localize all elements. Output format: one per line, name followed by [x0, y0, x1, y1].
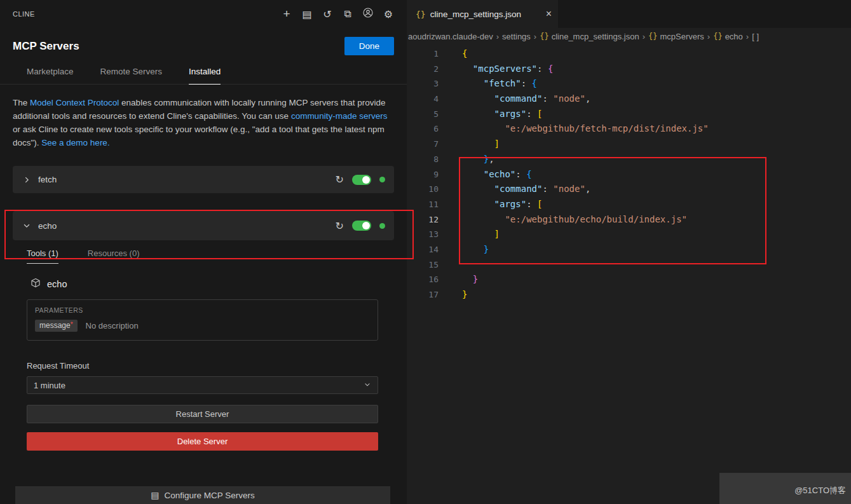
mcp-tabs: Marketplace Remote Servers Installed: [0, 60, 407, 85]
tab-remote-servers[interactable]: Remote Servers: [100, 60, 163, 84]
restart-server-icon[interactable]: ↻: [336, 220, 344, 232]
breadcrumb-item[interactable]: {}cline_mcp_settings.json: [540, 32, 639, 41]
code-line[interactable]: 8 },: [407, 152, 851, 167]
breadcrumb-separator: ›: [496, 32, 499, 41]
close-tab-icon[interactable]: ×: [546, 8, 552, 20]
code-editor[interactable]: 1{2 "mcpServers": {3 "fetch": {4 "comman…: [407, 44, 851, 303]
mcp-description: The Model Context Protocol enables commu…: [13, 96, 394, 149]
configure-label: Configure MCP Servers: [164, 491, 254, 500]
code-line[interactable]: 13 ]: [407, 227, 851, 242]
code-line[interactable]: 6 "e:/webgithub/fetch-mcp/dist/index.js": [407, 121, 851, 137]
object-braces-icon: {}: [648, 32, 657, 41]
code-line[interactable]: 12 "e:/webgithub/echo/build/index.js": [407, 212, 851, 228]
line-number: 1: [407, 46, 439, 62]
breadcrumb-item[interactable]: aoudrizwan.claude-dev: [408, 32, 493, 41]
server-enabled-toggle[interactable]: [352, 221, 371, 231]
parameter-description: No description: [86, 321, 139, 330]
chevron-down-icon: [364, 381, 371, 390]
breadcrumb-separator: ›: [746, 32, 749, 41]
parameter-name-badge: message*: [35, 320, 78, 332]
breadcrumb-item[interactable]: settings: [502, 32, 531, 41]
editor-tabbar: {} cline_mcp_settings.json ×: [407, 0, 851, 28]
line-number: 9: [407, 167, 439, 182]
server-row-fetch[interactable]: fetch ↻: [13, 166, 394, 193]
breadcrumb-item[interactable]: {}mcpServers: [648, 32, 704, 41]
breadcrumb-item[interactable]: {}echo: [713, 32, 743, 41]
history-icon[interactable]: ↺: [322, 8, 333, 20]
server-name: fetch: [38, 175, 57, 184]
code-line[interactable]: 10 "command": "node",: [407, 182, 851, 197]
code-line[interactable]: 17}: [407, 287, 851, 303]
timeout-select[interactable]: 1 minute: [27, 376, 378, 394]
line-number: 14: [407, 242, 439, 257]
mcp-panel-header: MCP Servers Done: [0, 28, 407, 59]
status-dot: [379, 177, 385, 182]
editor-pane: {} cline_mcp_settings.json × aoudrizwan.…: [407, 0, 851, 504]
breadcrumb: aoudrizwan.claude-dev›settings›{}cline_m…: [407, 28, 851, 44]
code-line[interactable]: 16 }: [407, 272, 851, 287]
server-controls: ↻: [336, 174, 385, 186]
code-line[interactable]: 3 "fetch": {: [407, 76, 851, 92]
line-number: 6: [407, 121, 439, 137]
server-enabled-toggle[interactable]: [352, 175, 371, 185]
breadcrumb-separator: ›: [534, 32, 536, 41]
code-line[interactable]: 14 }: [407, 242, 851, 257]
breadcrumb-item[interactable]: [ ]: [752, 32, 759, 41]
editor-tab-settings-json[interactable]: {} cline_mcp_settings.json ×: [407, 0, 558, 28]
code-line[interactable]: 11 "args": [: [407, 197, 851, 212]
open-in-editor-icon[interactable]: ⧉: [342, 8, 353, 20]
cline-sidebar: CLINE + ▤ ↺ ⧉ ⚙ MCP Servers Done Marketp…: [0, 0, 407, 504]
object-braces-icon: {}: [540, 32, 548, 41]
line-number: 8: [407, 152, 439, 167]
new-task-icon[interactable]: +: [281, 7, 292, 21]
tab-tools[interactable]: Tools (1): [27, 249, 58, 264]
request-timeout-label: Request Timeout: [27, 361, 378, 371]
line-number: 15: [407, 257, 439, 273]
object-braces-icon: {}: [713, 32, 722, 41]
watermark: @51CTO博客: [719, 473, 851, 504]
code-line[interactable]: 1{: [407, 46, 851, 62]
toggle-knob: [362, 176, 370, 184]
server-name: echo: [38, 221, 57, 231]
chevron-down-icon[interactable]: [22, 221, 32, 231]
mcp-servers-icon[interactable]: ▤: [301, 8, 313, 20]
breadcrumb-separator: ›: [707, 32, 710, 41]
line-number: 10: [407, 182, 439, 197]
code-line[interactable]: 15: [407, 257, 851, 273]
tab-marketplace[interactable]: Marketplace: [27, 60, 74, 84]
line-number: 3: [407, 76, 439, 92]
code-line[interactable]: 7 ]: [407, 137, 851, 152]
tab-installed[interactable]: Installed: [189, 60, 221, 85]
done-button[interactable]: Done: [344, 37, 394, 55]
restart-server-button[interactable]: Restart Server: [27, 405, 378, 423]
server-row-echo[interactable]: echo ↻: [13, 211, 394, 240]
status-dot: [379, 223, 385, 229]
delete-server-button[interactable]: Delete Server: [27, 432, 378, 451]
editor-tab-label: cline_mcp_settings.json: [430, 10, 521, 19]
description-link[interactable]: See a demo here.: [41, 138, 109, 147]
json-braces-icon: {}: [416, 10, 426, 19]
description-link[interactable]: Model Context Protocol: [30, 98, 119, 107]
configure-mcp-servers-button[interactable]: ▤ Configure MCP Servers: [15, 486, 390, 504]
topbar-icons: + ▤ ↺ ⧉ ⚙: [281, 7, 394, 21]
code-line[interactable]: 9 "echo": {: [407, 167, 851, 182]
required-asterisk: *: [71, 321, 73, 328]
toggle-knob: [362, 222, 370, 229]
code-line[interactable]: 2 "mcpServers": {: [407, 62, 851, 77]
code-line[interactable]: 4 "command": "node",: [407, 92, 851, 107]
page-title: MCP Servers: [13, 40, 79, 53]
line-number: 17: [407, 287, 439, 303]
settings-gear-icon[interactable]: ⚙: [383, 8, 394, 20]
line-number: 4: [407, 92, 439, 107]
breadcrumb-separator: ›: [643, 32, 645, 41]
tab-resources[interactable]: Resources (0): [88, 249, 140, 264]
cline-brand: CLINE: [13, 10, 35, 18]
line-number: 11: [407, 197, 439, 212]
chevron-right-icon[interactable]: [22, 175, 32, 185]
server-detail: Tools (1) Resources (0) echo PARAMETERS …: [27, 249, 378, 451]
restart-server-icon[interactable]: ↻: [336, 174, 344, 186]
description-link[interactable]: community-made servers: [291, 111, 388, 121]
account-icon[interactable]: [362, 8, 374, 20]
code-lines: 1{2 "mcpServers": {3 "fetch": {4 "comman…: [407, 46, 851, 303]
code-line[interactable]: 5 "args": [: [407, 107, 851, 122]
